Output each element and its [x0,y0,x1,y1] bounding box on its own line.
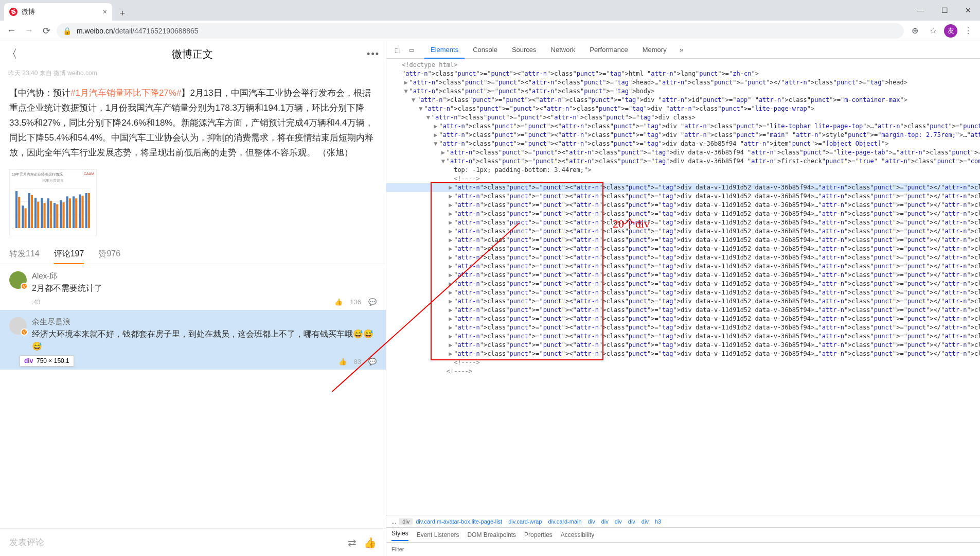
nav-back-button[interactable]: ← [4,24,19,38]
install-app-icon[interactable]: ⊕ [907,23,922,39]
tab-repost[interactable]: 转发114 [9,249,40,259]
devtools-tab-performance[interactable]: Performance [583,42,634,58]
dom-breadcrumbs[interactable]: ...divdiv.card.m-avatar-box.lite-page-li… [386,515,980,527]
svg-rect-21 [69,199,71,229]
comment-username[interactable]: 余生尽是浪 [32,317,377,327]
comment-text: 2月都不需要统计了 [32,282,377,294]
post-hashtag-link[interactable]: #1月汽车销量环比下降27%# [70,88,181,98]
comment-avatar[interactable]: V [9,317,27,335]
address-bar[interactable]: 🔒 m.weibo.cn/detail/4471652190688865 [57,23,904,39]
styles-tab[interactable]: Styles [391,530,408,541]
element-dimension-tooltip: div 750 × 150.1 [20,355,74,367]
page-more-icon[interactable]: ••• [367,49,380,60]
styles-filter-input[interactable] [391,546,462,552]
breadcrumb-item[interactable]: div [399,518,413,525]
svg-rect-18 [60,201,62,229]
profile-avatar-button[interactable]: 友 [944,24,957,38]
url-host: m.weibo.cn [77,27,113,35]
post-body: 【中汽协：预计#1月汽车销量环比下降27%#】2月13日，中国汽车工业协会举行发… [0,78,386,165]
page-back-icon[interactable]: 〈 [6,46,17,62]
svg-rect-26 [85,193,87,228]
inspect-element-icon[interactable]: ⬚ [391,44,403,56]
reply-icon[interactable]: 💬 [368,298,377,306]
styles-tab[interactable]: Accessibility [561,531,594,538]
post-chart-thumbnail[interactable]: 19年元月汽车企业经济运行情况CAAM 汽车月度销量 [9,169,97,236]
window-minimize-button[interactable]: — [909,0,933,21]
window-controls: — ☐ ✕ [909,0,980,21]
page-topbar: 〈 微博正文 ••• [0,41,386,67]
comment-avatar[interactable]: V [9,271,27,289]
svg-rect-7 [25,208,27,229]
breadcrumb-item[interactable]: div [612,518,625,525]
breadcrumb-item[interactable]: div [625,518,638,525]
styles-tab[interactable]: Event Listeners [417,531,459,538]
browser-menu-icon[interactable]: ⋮ [960,23,976,39]
tab-close-icon[interactable]: × [103,8,107,16]
svg-rect-24 [79,195,81,228]
new-tab-button[interactable]: + [115,6,130,21]
svg-rect-13 [44,203,46,229]
devtools-tab-elements[interactable]: Elements [424,42,465,59]
reply-icon[interactable]: 💬 [368,358,377,366]
styles-tabs: StylesEvent ListenersDOM BreakpointsProp… [386,527,980,543]
breadcrumb-item[interactable]: div.card-main [545,518,584,525]
like-count: 83 [354,358,361,366]
devtools-tab-network[interactable]: Network [545,42,582,58]
devtools-tab-memory[interactable]: Memory [636,42,673,58]
like-icon[interactable]: 👍 [334,298,343,306]
breadcrumb-item[interactable]: div [598,518,612,525]
window-maximize-button[interactable]: ☐ [933,0,956,21]
devtools-more-tabs-icon[interactable]: » [676,44,687,56]
breadcrumb-item[interactable]: h3 [652,518,664,525]
comment-username[interactable]: Alex-邱 [32,271,377,281]
dom-tree[interactable]: <!doctype html> "attr-n">class"punct">="… [386,59,980,515]
svg-rect-5 [18,197,20,228]
devtools-tab-console[interactable]: Console [467,42,504,58]
svg-rect-9 [31,195,33,228]
svg-rect-4 [15,192,17,229]
composer-placeholder[interactable]: 发表评论 [9,536,341,548]
browser-tab[interactable]: 微博 × [4,3,112,21]
like-count: 136 [350,298,361,306]
devtools-tab-sources[interactable]: Sources [506,42,543,58]
like-icon[interactable]: 👍 [364,536,377,549]
comment-composer: 发表评论 ⇄ 👍 [0,528,386,556]
styles-tab[interactable]: DOM Breakpoints [467,531,516,538]
svg-rect-22 [73,197,75,229]
device-toggle-icon[interactable]: ▭ [406,44,417,56]
weibo-page: 〈 微博正文 ••• 昨天 23:40 来自 微博 weibo.com 【中汽协… [0,41,386,556]
window-close-button[interactable]: ✕ [956,0,980,21]
comment-item: V Alex-邱 2月都不需要统计了 :43 👍136 💬 [0,264,386,310]
bookmark-icon[interactable]: ☆ [925,23,941,39]
devtools-toolbar: ⬚ ▭ ElementsConsoleSourcesNetworkPerform… [386,41,980,59]
breadcrumb-item[interactable]: div [585,518,598,525]
svg-rect-6 [22,206,24,229]
page-title: 微博正文 [172,47,213,61]
breadcrumb-item[interactable]: div.card-wrap [505,518,545,525]
breadcrumb-item[interactable]: div [638,518,652,525]
svg-rect-11 [37,202,39,228]
svg-rect-12 [41,198,43,229]
svg-rect-15 [50,201,52,229]
post-meta: 昨天 23:40 来自 微博 weibo.com [0,67,386,78]
breadcrumb-item[interactable]: ... [388,518,399,525]
styles-tab[interactable]: Properties [524,531,553,538]
svg-rect-17 [56,204,58,228]
lock-icon: 🔒 [63,27,72,35]
breadcrumb-item[interactable]: div.card.m-avatar-box.lite-page-list [413,518,505,525]
svg-rect-14 [47,199,49,229]
browser-toolbar: ← → ⟳ 🔒 m.weibo.cn/detail/44716521906888… [0,21,980,41]
comment-time: :43 [32,299,377,306]
tab-like[interactable]: 赞976 [98,249,120,259]
verified-badge-icon: V [21,283,28,290]
svg-rect-27 [88,193,90,228]
nav-reload-button[interactable]: ⟳ [39,24,54,38]
styles-filter-row: :hov.cls+ [386,543,980,556]
svg-rect-8 [28,193,30,228]
repost-icon[interactable]: ⇄ [348,536,357,549]
like-icon[interactable]: 👍 [338,358,347,366]
svg-rect-25 [82,196,84,229]
tab-comment[interactable]: 评论197 [54,249,84,264]
nav-forward-button[interactable]: → [22,24,36,38]
comment-time: 昨天 23:51 [32,357,377,366]
